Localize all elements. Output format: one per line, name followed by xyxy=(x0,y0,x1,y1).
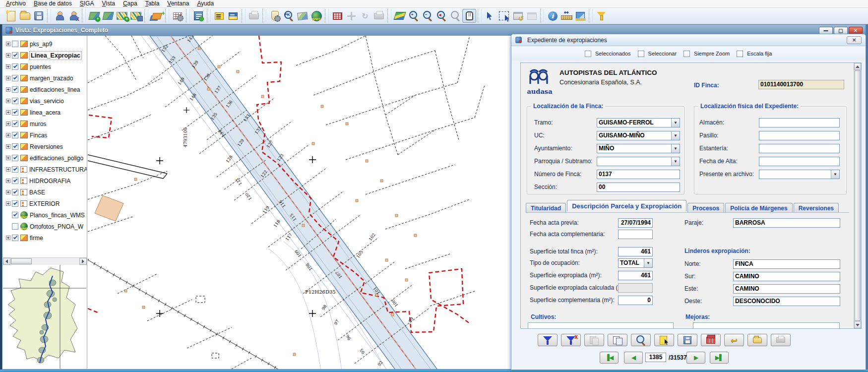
tab-titularidad[interactable]: Titularidad xyxy=(526,203,566,213)
scroll-thumb[interactable] xyxy=(11,258,32,264)
layer-label[interactable]: Reversiones xyxy=(30,143,63,150)
scroll-right-button[interactable] xyxy=(79,258,87,265)
layer-checkbox[interactable] xyxy=(12,189,18,195)
expander-icon[interactable] xyxy=(6,156,10,160)
expander-icon[interactable] xyxy=(6,110,10,115)
expander-icon[interactable] xyxy=(6,76,10,80)
pan-icon[interactable] xyxy=(462,9,476,23)
menu-ayuda[interactable]: Ayuda xyxy=(193,0,218,8)
restore-button[interactable]: □ xyxy=(834,27,848,34)
layer-label[interactable]: edificaciones_poligo xyxy=(30,155,83,162)
previous-record-button[interactable]: ◀ xyxy=(624,352,643,364)
input-superficie-total-finca-m[interactable]: 461 xyxy=(618,247,653,256)
layer-label[interactable]: margen_trazado xyxy=(30,75,73,82)
layer-checkbox[interactable] xyxy=(12,121,18,127)
expander-icon[interactable] xyxy=(6,87,10,92)
menu-siga[interactable]: SIGA xyxy=(76,0,98,8)
new-document-icon[interactable] xyxy=(4,9,18,23)
layer-row-edificaciones-linea[interactable]: edificaciones_linea xyxy=(3,84,87,95)
dialog-close-button[interactable]: × xyxy=(847,36,862,44)
legend-yellow-icon[interactable] xyxy=(212,9,226,23)
input-estanter-a[interactable] xyxy=(759,144,840,153)
layer-row-linea-expropiac[interactable]: Linea_Expropiac xyxy=(3,50,87,61)
legend-blue-icon[interactable] xyxy=(226,9,240,23)
input-paraje[interactable]: BARROSA xyxy=(733,218,840,228)
zoom-full-icon[interactable]: ◄ xyxy=(434,9,448,23)
open-project-icon[interactable] xyxy=(18,9,32,23)
search-record-button[interactable] xyxy=(631,334,651,346)
layer-row-planos-fincas-wms[interactable]: WMSPlanos_fincas_WMS xyxy=(3,209,87,221)
checkbox-icon[interactable] xyxy=(737,51,743,57)
layer-label[interactable]: pks_ap9 xyxy=(30,41,52,48)
combo-presente-en-archivo[interactable]: ▼ xyxy=(759,170,840,179)
expander-icon[interactable] xyxy=(6,236,10,240)
clear-filter-button[interactable]: x xyxy=(561,334,581,346)
open-expediente-button[interactable] xyxy=(747,334,767,346)
minimize-button[interactable]: — xyxy=(819,27,833,34)
combo-parroquia-subtramo[interactable]: ▼ xyxy=(597,157,680,166)
expander-icon[interactable] xyxy=(6,53,10,58)
first-record-button[interactable]: ▐◀ xyxy=(600,352,619,364)
tab-descripci-n-parcela-y-expropiaci-n[interactable]: Descripción Parcela y Expropiación xyxy=(567,200,686,211)
option-seleccionados[interactable]: Seleccionados xyxy=(585,51,631,57)
layer-checkbox[interactable] xyxy=(12,223,18,230)
layer-row-linea-acera[interactable]: linea_acera xyxy=(3,107,87,118)
layer-row-vias-servicio[interactable]: vias_servicio xyxy=(3,95,87,107)
duplicate-record-button[interactable] xyxy=(608,334,627,346)
chevron-down-icon[interactable]: ▼ xyxy=(831,170,839,179)
layer-label[interactable]: muros xyxy=(30,121,46,127)
input-este[interactable]: CAMINO xyxy=(733,284,840,294)
combo-uc[interactable]: GUISAMO-MIÑO▼ xyxy=(597,131,680,140)
layer-checkbox[interactable] xyxy=(12,63,18,70)
layer-row-margen-trazado[interactable]: margen_trazado xyxy=(3,72,87,84)
wms-load-icon[interactable]: WMS xyxy=(310,9,323,23)
layer-tree-hscrollbar[interactable] xyxy=(3,257,87,265)
option-escala-fija[interactable]: Escala fija xyxy=(737,51,772,57)
menu-base-de-datos[interactable]: Base de datos xyxy=(30,0,76,8)
layer-checkbox[interactable] xyxy=(12,178,18,184)
report-form-icon[interactable] xyxy=(191,9,205,23)
layer-checkbox[interactable] xyxy=(12,41,18,47)
combo-tramo[interactable]: GUISAMO-FERROL▼ xyxy=(597,118,680,127)
layer-checkbox[interactable] xyxy=(12,200,18,207)
input-almac-n[interactable] xyxy=(759,118,840,127)
measure-distance-icon[interactable]: ↔ xyxy=(559,9,573,23)
last-record-button[interactable]: ▶▌ xyxy=(710,352,729,364)
layer-row-base[interactable]: BASE xyxy=(3,186,87,198)
layer-row-fincas[interactable]: Fincas xyxy=(3,129,87,141)
input-oeste[interactable]: DESCONOCIDO xyxy=(733,297,840,306)
record-number-input[interactable]: 1385 xyxy=(645,353,666,362)
form-vscrollbar[interactable] xyxy=(854,63,861,328)
new-polygon-layer-icon[interactable]: + xyxy=(150,9,164,23)
zoom-out-icon[interactable]: − xyxy=(421,9,434,23)
input-n-mero-de-finca[interactable]: 0137 xyxy=(597,170,680,179)
layer-row-muros[interactable]: muros xyxy=(3,118,87,129)
menu-ventana[interactable]: Ventana xyxy=(163,0,193,8)
checkbox-icon[interactable] xyxy=(638,51,644,57)
next-record-button[interactable]: ▶ xyxy=(686,352,705,364)
layer-label[interactable]: INFRAESTRUCTURA xyxy=(29,166,87,173)
filter-icon[interactable] xyxy=(594,9,608,23)
overview-map[interactable] xyxy=(3,265,87,369)
layer-checkbox[interactable] xyxy=(12,75,18,81)
close-window-button[interactable]: × xyxy=(849,27,863,34)
expander-icon[interactable] xyxy=(6,133,10,137)
layer-label[interactable]: puentes xyxy=(30,63,51,70)
user-disconnect-icon[interactable]: x xyxy=(66,9,80,23)
tab-procesos[interactable]: Procesos xyxy=(687,203,724,213)
tab-polic-a-de-m-rgenes[interactable]: Policía de Márgenes xyxy=(725,203,792,213)
form-scroll-up[interactable] xyxy=(854,63,861,70)
user-session-icon[interactable] xyxy=(53,9,66,23)
delete-record-button[interactable] xyxy=(701,334,721,346)
measure-area-icon[interactable] xyxy=(573,9,587,23)
layer-checkbox[interactable] xyxy=(12,109,18,116)
layer-checkbox[interactable] xyxy=(12,235,18,241)
save-record-button[interactable] xyxy=(678,334,697,346)
layer-checkbox[interactable] xyxy=(12,98,18,104)
save-project-icon[interactable] xyxy=(32,9,46,23)
layer-label[interactable]: Planos_fincas_WMS xyxy=(30,212,85,219)
chevron-down-icon[interactable]: ▼ xyxy=(671,119,680,127)
layer-row-infraestructura[interactable]: INFRAESTRUCTURA xyxy=(3,164,87,175)
option-siempre-zoom[interactable]: Siempre Zoom xyxy=(683,51,730,57)
tab-reversiones[interactable]: Reversiones xyxy=(794,203,839,213)
